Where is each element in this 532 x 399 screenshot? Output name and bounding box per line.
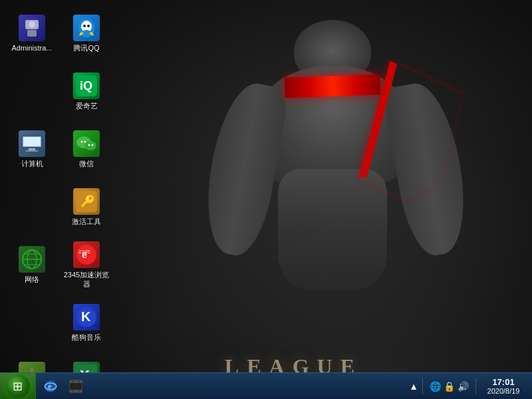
tray-arrow[interactable]: ▲ [409, 381, 418, 392]
notification-area: 🌐 🔒 🔊 [427, 381, 471, 392]
iqiyi-icon: iQ [73, 72, 100, 99]
svg-point-6 [87, 25, 90, 27]
svg-rect-57 [80, 380, 82, 383]
computer-label: 计算机 [21, 160, 43, 168]
svg-point-16 [81, 140, 83, 142]
wechat-icon [73, 130, 100, 157]
svg-text:🔑: 🔑 [80, 194, 96, 209]
svg-point-2 [29, 21, 35, 28]
taskbar-items: e [36, 373, 404, 399]
svg-rect-58 [70, 390, 72, 392]
iqiyi-label: 爱奇艺 [76, 102, 98, 110]
icons-area: Administra... 腾讯QQ iQ 爱奇艺 计算机 微信 [0, 0, 133, 379]
start-orb: ⊞ [6, 374, 30, 398]
administrator-label: Administra... [11, 44, 52, 53]
qq-icon [73, 15, 100, 41]
kugou-label: 酷狗音乐 [72, 333, 101, 342]
warrior-figure [173, 13, 492, 359]
tray-network-icon[interactable]: 🌐 [430, 381, 441, 392]
windows-logo: ⊞ [13, 379, 23, 394]
taskbar-ie[interactable]: e [39, 375, 63, 398]
svg-rect-59 [74, 390, 77, 392]
svg-rect-12 [26, 150, 38, 152]
svg-rect-60 [80, 390, 82, 392]
svg-point-18 [88, 144, 90, 146]
taskbar-film[interactable] [64, 375, 88, 398]
svg-rect-13 [23, 137, 41, 146]
network-icon [19, 246, 45, 273]
svg-point-17 [84, 140, 86, 142]
svg-text:2345: 2345 [78, 249, 90, 255]
clock-time: 17:01 [492, 377, 514, 387]
tray-security-icon[interactable]: 🔒 [444, 381, 455, 392]
svg-rect-55 [70, 380, 72, 383]
icon-qq[interactable]: 腾讯QQ [60, 5, 113, 62]
red-blindfold [284, 74, 380, 98]
svg-rect-1 [27, 30, 37, 37]
tray-separator [422, 378, 423, 394]
icon-activate[interactable]: 🔑 激活工具 [60, 179, 113, 235]
tray-volume-icon[interactable]: 🔊 [458, 381, 469, 392]
wechat-label: 微信 [79, 160, 94, 168]
taskbar: ⊞ e ▲ 🌐 🔒 🔊 17:01 2020/8/19 [0, 372, 532, 399]
administrator-icon [19, 15, 45, 41]
svg-point-15 [84, 141, 96, 150]
activate-icon: 🔑 [73, 188, 100, 215]
icon-network[interactable]: 网络 [5, 237, 59, 293]
qq-label: 腾讯QQ [73, 44, 99, 53]
2345-icon: e2345 [73, 241, 100, 268]
activate-label: 激活工具 [72, 217, 101, 226]
svg-text:e: e [48, 383, 51, 390]
icon-computer[interactable]: 计算机 [5, 121, 59, 178]
clock[interactable]: 17:01 2020/8/19 [480, 373, 527, 399]
icon-wechat[interactable]: 微信 [60, 121, 113, 178]
svg-text:K: K [81, 309, 91, 324]
svg-rect-56 [74, 380, 77, 383]
icon-2345[interactable]: e2345 2345加速浏览器 [60, 237, 113, 293]
clock-date: 2020/8/19 [487, 387, 520, 395]
kugou-icon: K [73, 304, 100, 331]
tray-separator-2 [475, 378, 476, 394]
icon-kugou[interactable]: K 酷狗音乐 [60, 295, 113, 351]
svg-point-5 [83, 25, 86, 27]
svg-point-19 [92, 144, 94, 146]
icon-administrator[interactable]: Administra... [5, 5, 59, 62]
computer-icon [19, 130, 45, 157]
start-button[interactable]: ⊞ [0, 373, 36, 400]
taskbar-tray: ▲ 🌐 🔒 🔊 17:01 2020/8/19 [404, 373, 532, 399]
svg-rect-11 [29, 148, 35, 150]
icon-iqiyi[interactable]: iQ 爱奇艺 [60, 63, 113, 120]
2345-label: 2345加速浏览器 [63, 271, 110, 288]
svg-rect-54 [70, 383, 82, 390]
network-label: 网络 [25, 275, 39, 284]
desktop: LEAGUE Administra... 腾讯QQ iQ 爱奇艺 [0, 0, 532, 399]
svg-text:iQ: iQ [80, 79, 92, 92]
